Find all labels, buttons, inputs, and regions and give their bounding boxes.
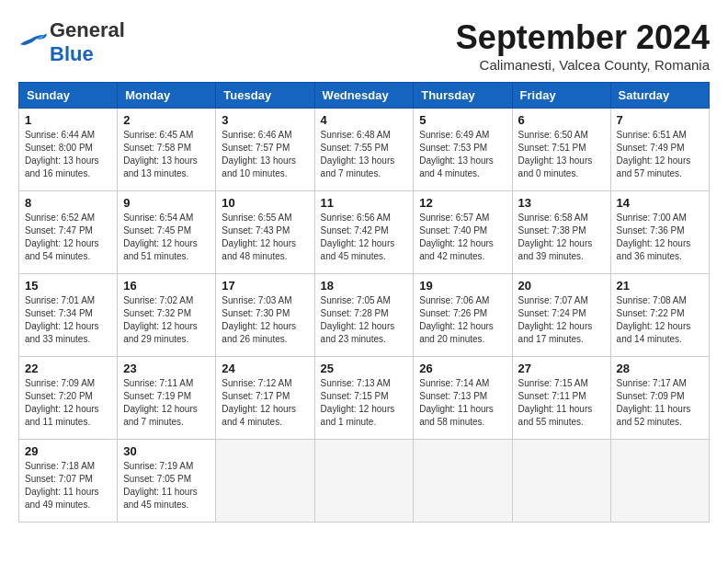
weekday-header-row: SundayMondayTuesdayWednesdayThursdayFrid… [19, 83, 710, 109]
day-cell: 9Sunrise: 6:54 AM Sunset: 7:45 PM Daylig… [118, 191, 216, 274]
day-cell: 2Sunrise: 6:45 AM Sunset: 7:58 PM Daylig… [118, 109, 216, 191]
day-cell: 21Sunrise: 7:08 AM Sunset: 7:22 PM Dayli… [610, 274, 709, 357]
day-cell: 30Sunrise: 7:19 AM Sunset: 7:05 PM Dayli… [118, 440, 216, 523]
subtitle: Calimanesti, Valcea County, Romania [456, 57, 710, 73]
day-info: Sunrise: 7:02 AM Sunset: 7:32 PM Dayligh… [123, 294, 210, 346]
day-number: 6 [518, 113, 605, 127]
day-cell: 17Sunrise: 7:03 AM Sunset: 7:30 PM Dayli… [216, 274, 314, 357]
day-number: 30 [123, 444, 210, 458]
day-cell: 1Sunrise: 6:44 AM Sunset: 8:00 PM Daylig… [19, 109, 118, 191]
day-number: 19 [419, 279, 506, 293]
day-cell: 14Sunrise: 7:00 AM Sunset: 7:36 PM Dayli… [610, 191, 709, 274]
weekday-header-saturday: Saturday [610, 83, 709, 109]
week-row-5: 29Sunrise: 7:18 AM Sunset: 7:07 PM Dayli… [19, 440, 710, 523]
day-number: 8 [25, 196, 111, 210]
day-number: 15 [25, 279, 111, 293]
week-row-2: 8Sunrise: 6:52 AM Sunset: 7:47 PM Daylig… [19, 191, 710, 274]
day-cell: 15Sunrise: 7:01 AM Sunset: 7:34 PM Dayli… [19, 274, 118, 357]
day-number: 17 [222, 279, 308, 293]
day-cell: 11Sunrise: 6:56 AM Sunset: 7:42 PM Dayli… [314, 191, 414, 274]
day-number: 18 [321, 279, 408, 293]
day-number: 5 [419, 113, 506, 127]
day-info: Sunrise: 6:54 AM Sunset: 7:45 PM Dayligh… [123, 212, 210, 263]
day-number: 20 [518, 279, 605, 293]
day-cell: 22Sunrise: 7:09 AM Sunset: 7:20 PM Dayli… [19, 357, 118, 440]
logo: General Blue [18, 18, 125, 66]
day-info: Sunrise: 6:57 AM Sunset: 7:40 PM Dayligh… [419, 212, 506, 263]
day-cell: 18Sunrise: 7:05 AM Sunset: 7:28 PM Dayli… [314, 274, 414, 357]
day-number: 11 [321, 196, 408, 210]
day-info: Sunrise: 7:03 AM Sunset: 7:30 PM Dayligh… [222, 294, 308, 346]
day-number: 28 [617, 362, 703, 375]
day-cell: 26Sunrise: 7:14 AM Sunset: 7:13 PM Dayli… [414, 357, 512, 440]
day-number: 24 [222, 362, 308, 375]
day-info: Sunrise: 6:46 AM Sunset: 7:57 PM Dayligh… [222, 129, 308, 180]
day-info: Sunrise: 6:48 AM Sunset: 7:55 PM Dayligh… [321, 129, 408, 180]
day-cell: 10Sunrise: 6:55 AM Sunset: 7:43 PM Dayli… [216, 191, 314, 274]
day-info: Sunrise: 6:45 AM Sunset: 7:58 PM Dayligh… [123, 129, 210, 180]
day-number: 3 [222, 113, 308, 127]
day-cell: 5Sunrise: 6:49 AM Sunset: 7:53 PM Daylig… [414, 109, 512, 191]
day-cell [512, 440, 610, 523]
day-info: Sunrise: 6:49 AM Sunset: 7:53 PM Dayligh… [419, 129, 506, 180]
logo-text: General Blue [50, 18, 125, 66]
day-info: Sunrise: 7:12 AM Sunset: 7:17 PM Dayligh… [222, 377, 308, 429]
weekday-header-wednesday: Wednesday [314, 83, 414, 109]
day-info: Sunrise: 7:08 AM Sunset: 7:22 PM Dayligh… [617, 294, 703, 346]
week-row-4: 22Sunrise: 7:09 AM Sunset: 7:20 PM Dayli… [19, 357, 710, 440]
day-info: Sunrise: 7:13 AM Sunset: 7:15 PM Dayligh… [321, 377, 408, 429]
day-cell: 13Sunrise: 6:58 AM Sunset: 7:38 PM Dayli… [512, 191, 610, 274]
day-cell: 3Sunrise: 6:46 AM Sunset: 7:57 PM Daylig… [216, 109, 314, 191]
day-info: Sunrise: 7:14 AM Sunset: 7:13 PM Dayligh… [419, 377, 506, 429]
month-title: September 2024 [456, 18, 710, 57]
weekday-header-sunday: Sunday [19, 83, 118, 109]
day-number: 7 [617, 113, 703, 127]
day-cell: 19Sunrise: 7:06 AM Sunset: 7:26 PM Dayli… [414, 274, 512, 357]
day-cell: 12Sunrise: 6:57 AM Sunset: 7:40 PM Dayli… [414, 191, 512, 274]
calendar: SundayMondayTuesdayWednesdayThursdayFrid… [18, 82, 710, 523]
day-number: 23 [123, 362, 210, 375]
day-info: Sunrise: 7:06 AM Sunset: 7:26 PM Dayligh… [419, 294, 506, 346]
day-number: 16 [123, 279, 210, 293]
day-number: 14 [617, 196, 703, 210]
day-info: Sunrise: 7:09 AM Sunset: 7:20 PM Dayligh… [25, 377, 111, 429]
day-number: 26 [419, 362, 506, 375]
day-cell: 28Sunrise: 7:17 AM Sunset: 7:09 PM Dayli… [610, 357, 709, 440]
week-row-3: 15Sunrise: 7:01 AM Sunset: 7:34 PM Dayli… [19, 274, 710, 357]
day-info: Sunrise: 7:01 AM Sunset: 7:34 PM Dayligh… [25, 294, 111, 346]
day-info: Sunrise: 7:19 AM Sunset: 7:05 PM Dayligh… [123, 460, 210, 511]
day-info: Sunrise: 6:44 AM Sunset: 8:00 PM Dayligh… [25, 129, 111, 180]
day-info: Sunrise: 7:18 AM Sunset: 7:07 PM Dayligh… [25, 460, 111, 511]
day-info: Sunrise: 7:07 AM Sunset: 7:24 PM Dayligh… [518, 294, 605, 346]
day-info: Sunrise: 6:52 AM Sunset: 7:47 PM Dayligh… [25, 212, 111, 263]
weekday-header-monday: Monday [118, 83, 216, 109]
day-number: 4 [321, 113, 408, 127]
day-number: 12 [419, 196, 506, 210]
day-info: Sunrise: 7:15 AM Sunset: 7:11 PM Dayligh… [518, 377, 605, 429]
day-info: Sunrise: 6:51 AM Sunset: 7:49 PM Dayligh… [617, 129, 703, 180]
day-cell [414, 440, 512, 523]
weekday-header-tuesday: Tuesday [216, 83, 314, 109]
day-number: 21 [617, 279, 703, 293]
day-info: Sunrise: 6:50 AM Sunset: 7:51 PM Dayligh… [518, 129, 605, 180]
day-cell: 16Sunrise: 7:02 AM Sunset: 7:32 PM Dayli… [118, 274, 216, 357]
day-number: 2 [123, 113, 210, 127]
day-number: 27 [518, 362, 605, 375]
header: General Blue September 2024 Calimanesti,… [18, 18, 710, 73]
day-number: 29 [25, 444, 111, 458]
week-row-1: 1Sunrise: 6:44 AM Sunset: 8:00 PM Daylig… [19, 109, 710, 191]
day-cell: 6Sunrise: 6:50 AM Sunset: 7:51 PM Daylig… [512, 109, 610, 191]
day-cell: 8Sunrise: 6:52 AM Sunset: 7:47 PM Daylig… [19, 191, 118, 274]
day-cell [314, 440, 414, 523]
day-info: Sunrise: 6:56 AM Sunset: 7:42 PM Dayligh… [321, 212, 408, 263]
day-number: 1 [25, 113, 111, 127]
day-number: 10 [222, 196, 308, 210]
day-cell: 25Sunrise: 7:13 AM Sunset: 7:15 PM Dayli… [314, 357, 414, 440]
title-area: September 2024 Calimanesti, Valcea Count… [456, 18, 710, 73]
day-cell: 4Sunrise: 6:48 AM Sunset: 7:55 PM Daylig… [314, 109, 414, 191]
day-cell: 23Sunrise: 7:11 AM Sunset: 7:19 PM Dayli… [118, 357, 216, 440]
weekday-header-thursday: Thursday [414, 83, 512, 109]
day-info: Sunrise: 7:17 AM Sunset: 7:09 PM Dayligh… [617, 377, 703, 429]
day-cell [216, 440, 314, 523]
day-number: 22 [25, 362, 111, 375]
